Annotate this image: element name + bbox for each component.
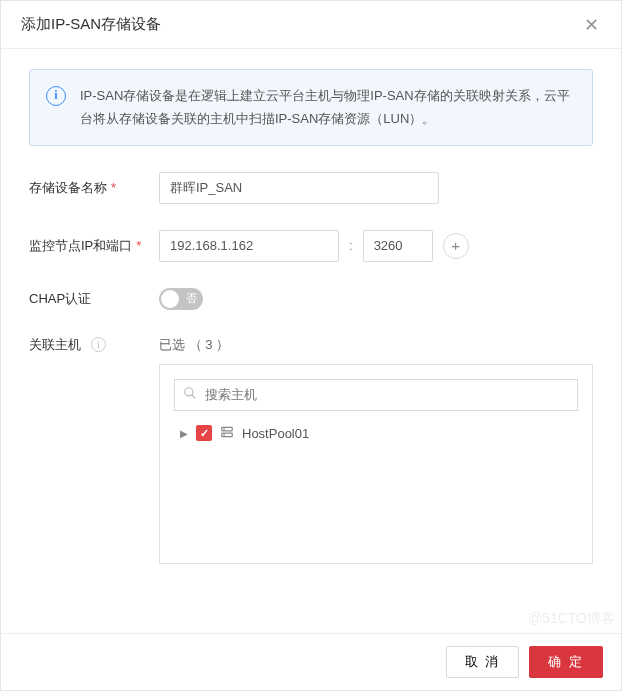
svg-line-1 xyxy=(192,395,196,399)
modal-add-ipsan: 添加IP-SAN存储设备 ✕ i IP-SAN存储设备是在逻辑上建立云平台主机与… xyxy=(0,0,622,691)
label-chap: CHAP认证 xyxy=(29,290,159,308)
modal-body: i IP-SAN存储设备是在逻辑上建立云平台主机与物理IP-SAN存储的关联映射… xyxy=(1,49,621,633)
search-icon xyxy=(183,386,197,403)
modal-header: 添加IP-SAN存储设备 ✕ xyxy=(1,1,621,49)
label-monitor: 监控节点IP和端口* xyxy=(29,237,159,255)
ip-port-separator: : xyxy=(349,238,353,253)
device-name-input[interactable] xyxy=(159,172,439,204)
row-device-name: 存储设备名称* xyxy=(29,172,593,204)
toggle-knob xyxy=(161,290,179,308)
help-icon[interactable]: i xyxy=(91,337,106,352)
add-endpoint-button[interactable]: + xyxy=(443,233,469,259)
host-tree-item: ▶ ✓ HostPool01 xyxy=(174,425,578,442)
hosts-selected-summary: 已选 （ 3 ） xyxy=(159,336,593,354)
required-mark: * xyxy=(136,238,141,253)
row-chap: CHAP认证 否 xyxy=(29,288,593,310)
info-text: IP-SAN存储设备是在逻辑上建立云平台主机与物理IP-SAN存储的关联映射关系… xyxy=(80,88,570,126)
chevron-right-icon[interactable]: ▶ xyxy=(180,428,188,439)
modal-footer: 取 消 确 定 xyxy=(1,633,621,690)
cancel-button[interactable]: 取 消 xyxy=(446,646,520,678)
hostpool-icon xyxy=(220,425,234,442)
modal-title: 添加IP-SAN存储设备 xyxy=(21,15,161,34)
host-checkbox[interactable]: ✓ xyxy=(196,425,212,441)
host-item-label[interactable]: HostPool01 xyxy=(242,426,309,441)
host-search-input[interactable] xyxy=(203,386,569,403)
hosts-panel: ▶ ✓ HostPool01 xyxy=(159,364,593,564)
plus-icon: + xyxy=(451,238,460,253)
info-icon: i xyxy=(46,86,66,106)
ok-button[interactable]: 确 定 xyxy=(529,646,603,678)
host-search[interactable] xyxy=(174,379,578,411)
close-icon[interactable]: ✕ xyxy=(581,16,601,34)
svg-point-0 xyxy=(185,388,193,396)
info-banner: i IP-SAN存储设备是在逻辑上建立云平台主机与物理IP-SAN存储的关联映射… xyxy=(29,69,593,146)
row-monitor: 监控节点IP和端口* : + xyxy=(29,230,593,262)
label-hosts: 关联主机 i xyxy=(29,336,159,354)
required-mark: * xyxy=(111,180,116,195)
svg-point-4 xyxy=(224,429,225,430)
monitor-ip-input[interactable] xyxy=(159,230,339,262)
chap-toggle[interactable]: 否 xyxy=(159,288,203,310)
monitor-port-input[interactable] xyxy=(363,230,433,262)
toggle-state-text: 否 xyxy=(186,291,197,306)
label-device-name: 存储设备名称* xyxy=(29,179,159,197)
row-hosts: 关联主机 i 已选 （ 3 ） ▶ ✓ xyxy=(29,336,593,564)
svg-point-5 xyxy=(224,434,225,435)
